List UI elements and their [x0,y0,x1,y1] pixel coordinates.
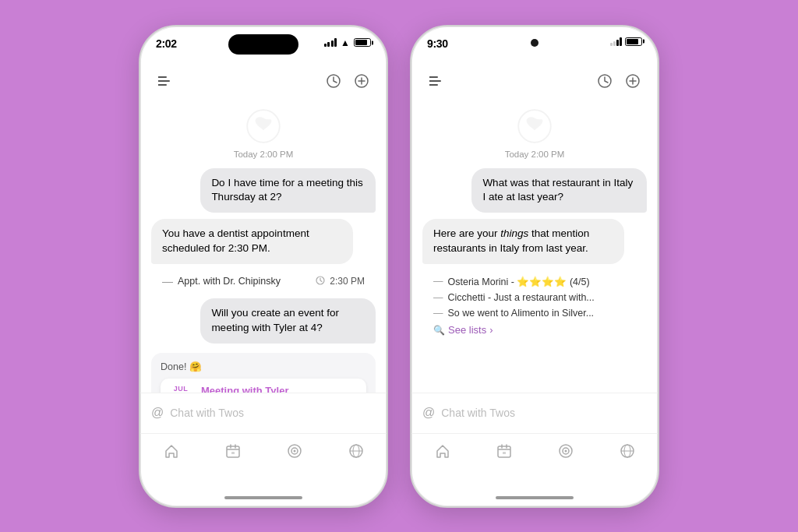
restaurant-item-1: — Osteria Morini - ⭐⭐⭐⭐ (4/5) [422,273,647,290]
home-indicator-2 [411,489,658,506]
clock-icon-1 [316,276,325,287]
at-icon-2: @ [422,406,435,420]
tab-home-1[interactable] [153,442,190,460]
battery-icon-2 [625,37,642,46]
tab-calendar-1[interactable] [214,442,252,460]
bubble-left-1: You have a dentist appointment scheduled… [151,219,353,264]
signal-bars-1 [324,38,337,47]
bubble-right-3: What was that restaurant in Italy I ate … [471,168,647,213]
timestamp-1: Today 2:00 PM [151,150,376,159]
restaurant-name-1: Osteria Morini - ⭐⭐⭐⭐ (4/5) [448,276,637,287]
notes-tab-icon-2 [556,442,575,460]
dash-icon-4: — [433,308,443,319]
chat-area-1: Do I have time for a meeting this Thursd… [151,168,376,393]
chat-content-2: Today 2:00 PM What was that restaurant i… [411,98,658,393]
status-icons-2 [610,37,642,46]
status-time-2: 9:30 [427,37,448,50]
see-lists-button[interactable]: 🔍 See lists › [422,321,647,339]
tab-bar-1 [140,433,387,489]
restaurant-name-3: So we went to Alimento in Silver... [448,308,637,319]
restaurant-item-2: — Cicchetti - Just a restaurant with... [422,290,647,305]
nav-right-2 [594,70,644,92]
bubble-left-2: Here are your things that mention restau… [422,219,624,264]
notes-tab-icon-1 [285,442,304,460]
wifi-icon-1: ▲ [341,37,350,48]
bars-right-2 [610,37,622,46]
tab-notes-2[interactable] [547,442,584,460]
tab-explore-2[interactable] [609,442,646,460]
history-icon-1[interactable] [323,70,344,92]
dash-icon-2: — [433,276,443,287]
timestamp-2: Today 2:00 PM [422,150,647,159]
menu-icon-1[interactable] [154,70,176,92]
history-icon-2[interactable] [594,70,616,92]
input-placeholder-1[interactable]: Chat with Twos [170,407,376,419]
explore-tab-icon-1 [347,442,365,460]
dash-icon-1: — [162,275,173,287]
logo-watermark-1 [151,98,376,150]
nav-right-1 [323,70,373,92]
see-lists-chevron: › [489,324,493,336]
appointment-line-1: — Appt. with Dr. Chipinsky 2:30 PM [151,270,376,292]
restaurant-list: — Osteria Morini - ⭐⭐⭐⭐ (4/5) — Cicchett… [422,270,647,342]
home-tab-icon-2 [433,442,452,460]
input-bar-2[interactable]: @ Chat with Twos [411,393,658,433]
home-tab-icon-1 [162,442,181,460]
event-info-1: Meeting with Tyler Thursday, 4 Jul · 4 P… [201,385,347,392]
compose-icon-1[interactable] [351,70,373,92]
battery-icon-1 [354,38,371,47]
svg-rect-32 [503,452,506,454]
at-icon-1: @ [151,406,164,420]
event-card-1[interactable]: JUL 4 Meeting with Tyler Thursday, 4 Jul… [161,379,366,393]
search-icon-2: 🔍 [433,325,445,336]
tab-calendar-2[interactable] [486,442,523,460]
signal-right-2 [610,37,622,46]
phones-container: 2:02 ▲ [139,25,659,508]
restaurant-item-3: — So we went to Alimento in Silver... [422,305,647,321]
bubble-right-1: Do I have time for a meeting this Thursd… [200,168,376,213]
see-lists-label: See lists [448,324,486,336]
bubble-right-2: Will you create an event for meeting wit… [200,298,376,344]
nav-bar-1 [140,64,387,98]
phone-2: 9:30 [410,25,659,508]
logo-watermark-2 [422,98,647,150]
chat-area-2: What was that restaurant in Italy I ate … [422,168,647,393]
chat-content-1: Today 2:00 PM Do I have time for a meeti… [140,98,387,393]
status-time-1: 2:02 [156,37,177,50]
calendar-tab-icon-2 [495,442,514,460]
tab-bar-2 [411,433,658,489]
compose-icon-2[interactable] [622,70,644,92]
explore-tab-icon-2 [618,442,637,460]
menu-icon-2[interactable] [425,70,447,92]
done-card-1: Done! 🤗 JUL 4 Meeting with Tyler Thursda… [151,353,376,393]
appt-time-1: 2:30 PM [330,276,365,287]
appt-name-1: Appt. with Dr. Chipinsky [178,276,311,287]
status-icons-1: ▲ [324,37,371,48]
input-bar-1[interactable]: @ Chat with Twos [140,393,387,433]
home-indicator-1 [140,489,387,506]
event-title-1: Meeting with Tyler [201,385,347,392]
svg-point-16 [293,449,295,452]
tab-home-2[interactable] [424,442,461,460]
done-text-1: Done! 🤗 [161,361,366,372]
calendar-tab-icon-1 [224,442,242,460]
event-date-box-1: JUL 4 [168,385,193,393]
svg-point-35 [564,449,567,452]
phone-1: 2:02 ▲ [139,25,388,508]
restaurant-name-2: Cicchetti - Just a restaurant with... [448,292,637,303]
svg-rect-13 [231,452,235,454]
front-camera-2 [531,39,538,47]
dash-icon-3: — [433,292,443,303]
nav-bar-2 [411,64,658,98]
input-placeholder-2[interactable]: Chat with Twos [441,407,647,419]
dynamic-island-1 [228,34,298,55]
tab-notes-1[interactable] [276,442,313,460]
tab-explore-1[interactable] [337,442,375,460]
